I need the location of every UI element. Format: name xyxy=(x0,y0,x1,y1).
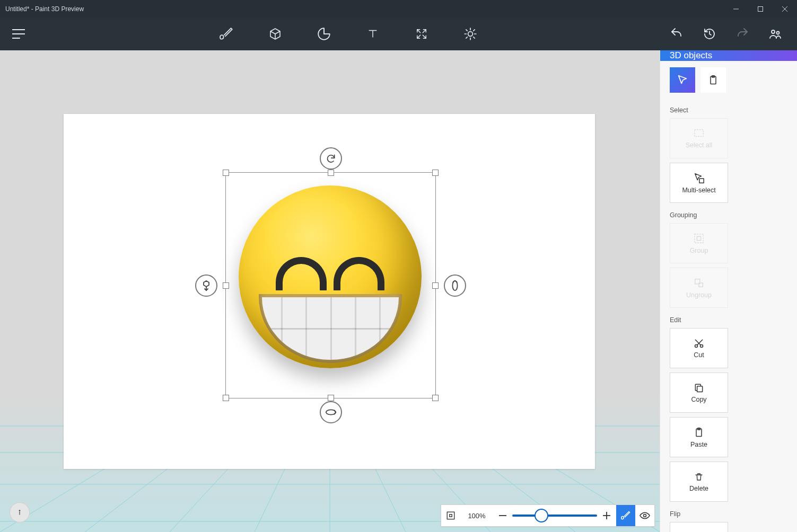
side-panel: 3D objects Select Select all Multi-selec… xyxy=(660,50,797,532)
fit-screen-button[interactable] xyxy=(441,505,460,526)
titlebar: Untitled* - Paint 3D Preview xyxy=(0,0,797,17)
zoom-out-button[interactable] xyxy=(493,505,512,526)
community-button[interactable] xyxy=(766,25,784,43)
main-toolbar xyxy=(0,17,797,50)
redo-button[interactable] xyxy=(733,25,751,43)
selection-box[interactable] xyxy=(225,172,436,398)
multi-select-label: Multi-select xyxy=(682,187,715,194)
svg-point-42 xyxy=(644,515,646,517)
menu-button[interactable] xyxy=(0,17,37,50)
resize-handle-se[interactable] xyxy=(432,395,439,401)
svg-rect-47 xyxy=(695,234,704,243)
canvas-tool[interactable] xyxy=(413,25,431,43)
svg-rect-1 xyxy=(758,6,763,11)
svg-line-15 xyxy=(474,30,475,31)
3d-shapes-tool[interactable] xyxy=(266,25,284,43)
delete-label: Delete xyxy=(689,485,708,492)
copy-button[interactable]: Copy xyxy=(670,373,728,413)
window-title: Untitled* - Paint 3D Preview xyxy=(0,5,724,13)
zoom-level: 100% xyxy=(460,512,493,520)
depth-handle[interactable] xyxy=(195,274,217,297)
multi-select-button[interactable]: Multi-select xyxy=(670,163,728,203)
svg-rect-55 xyxy=(697,386,703,392)
svg-line-13 xyxy=(474,37,475,38)
resize-handle-n[interactable] xyxy=(328,170,334,176)
rotate-y-handle[interactable] xyxy=(444,274,466,297)
svg-rect-37 xyxy=(447,512,454,519)
rotate-x-handle[interactable] xyxy=(320,401,342,423)
resize-handle-sw[interactable] xyxy=(223,395,229,401)
close-button[interactable] xyxy=(773,0,797,17)
ungroup-button[interactable]: Ungroup xyxy=(670,268,728,308)
svg-rect-46 xyxy=(699,179,704,183)
svg-rect-45 xyxy=(695,129,703,136)
zoom-slider[interactable] xyxy=(512,505,597,526)
info-button[interactable] xyxy=(10,502,30,522)
paste-button[interactable]: Paste xyxy=(670,417,728,457)
undo-button[interactable] xyxy=(668,25,686,43)
paste-label: Paste xyxy=(690,441,707,448)
stickers-tool[interactable] xyxy=(315,25,333,43)
copy-label: Copy xyxy=(691,396,706,403)
minimize-button[interactable] xyxy=(724,0,748,17)
brushes-tool[interactable] xyxy=(217,25,235,43)
delete-button[interactable]: Delete xyxy=(670,462,728,502)
canvas[interactable] xyxy=(64,114,595,469)
svg-point-35 xyxy=(19,510,20,511)
svg-rect-38 xyxy=(450,515,452,517)
resize-handle-w[interactable] xyxy=(223,282,229,289)
svg-rect-50 xyxy=(699,283,703,287)
select-all-button[interactable]: Select all xyxy=(670,118,728,158)
resize-handle-nw[interactable] xyxy=(223,170,229,176)
group-button[interactable]: Group xyxy=(670,223,728,263)
edit-mode-button[interactable] xyxy=(616,505,635,526)
section-title-grouping: Grouping xyxy=(670,211,787,219)
clipboard-mode-button[interactable] xyxy=(700,67,726,93)
svg-line-14 xyxy=(466,37,467,38)
select-all-label: Select all xyxy=(686,142,713,149)
resize-handle-s[interactable] xyxy=(328,395,334,401)
maximize-button[interactable] xyxy=(748,0,773,17)
select-mode-button[interactable] xyxy=(670,67,695,93)
zoom-in-button[interactable] xyxy=(597,505,616,526)
svg-rect-48 xyxy=(697,236,700,240)
effects-tool[interactable] xyxy=(461,25,479,43)
section-title-select: Select xyxy=(670,107,787,114)
cut-label: Cut xyxy=(694,352,704,359)
workspace[interactable]: 100% xyxy=(0,50,660,532)
rotate-z-handle[interactable] xyxy=(320,147,342,170)
flip-horizontal-button[interactable]: Flip horizontal xyxy=(670,522,728,532)
svg-point-16 xyxy=(772,30,775,33)
panel-title: 3D objects xyxy=(660,50,797,61)
svg-line-12 xyxy=(466,30,467,31)
section-title-flip: Flip xyxy=(670,510,787,518)
group-label: Group xyxy=(690,247,708,254)
cut-button[interactable]: Cut xyxy=(670,328,728,368)
svg-point-17 xyxy=(777,32,780,34)
resize-handle-ne[interactable] xyxy=(432,170,439,176)
svg-point-7 xyxy=(468,32,473,37)
view-mode-button[interactable] xyxy=(635,505,654,526)
text-tool[interactable] xyxy=(364,25,382,43)
view-toolbar: 100% xyxy=(441,504,655,527)
section-title-edit: Edit xyxy=(670,316,787,324)
history-button[interactable] xyxy=(700,25,719,43)
ungroup-label: Ungroup xyxy=(686,292,712,299)
resize-handle-e[interactable] xyxy=(432,282,439,289)
